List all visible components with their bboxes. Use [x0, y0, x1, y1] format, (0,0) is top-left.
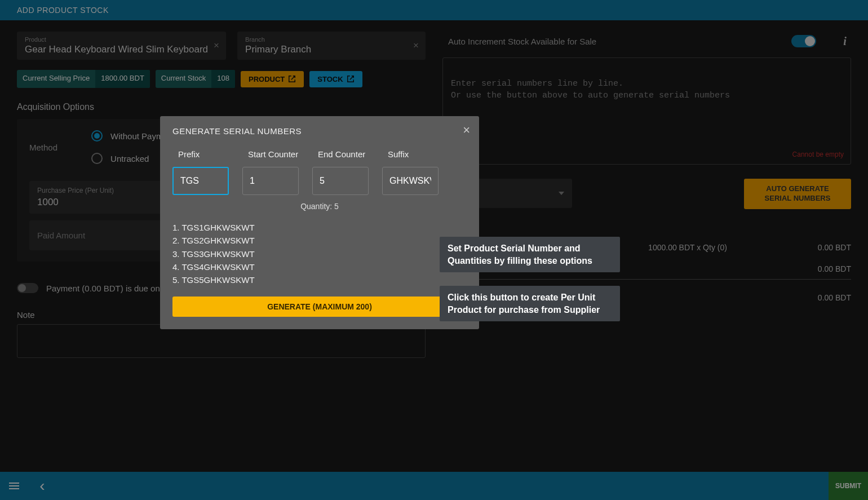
callout-generate: Click this button to create Per Unit Pro… — [440, 286, 620, 321]
start-counter-input[interactable] — [242, 167, 299, 195]
serial-preview-list: 1. TGS1GHKWSKWT 2. TGS2GHKWSKWT 3. TGS3G… — [172, 221, 467, 286]
modal-title: GENERATE SERIAL NUMBERS — [172, 126, 467, 136]
prefix-label: Prefix — [172, 149, 200, 159]
prefix-input[interactable] — [172, 167, 229, 195]
generate-serial-modal: GENERATE SERIAL NUMBERS × Prefix Start C… — [160, 116, 479, 329]
start-label: Start Counter — [242, 149, 298, 159]
suffix-label: Suffix — [382, 149, 409, 159]
modal-quantity: Quantity: 5 — [172, 202, 467, 211]
callout-fill-options: Set Product Serial Number and Quantities… — [440, 237, 620, 272]
end-label: End Counter — [312, 149, 365, 159]
generate-button[interactable]: GENERATE (MAXIMUM 200) — [172, 297, 467, 317]
modal-close-icon[interactable]: × — [463, 123, 470, 138]
suffix-input[interactable] — [382, 167, 439, 195]
end-counter-input[interactable] — [312, 167, 369, 195]
